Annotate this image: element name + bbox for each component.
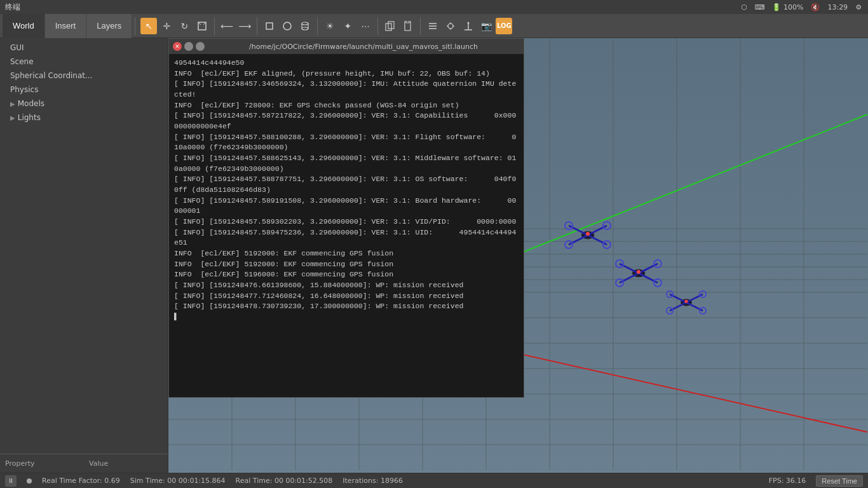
svg-marker-23 — [467, 22, 470, 24]
sidebar-spacer — [0, 127, 168, 454]
sidebar-item-physics[interactable]: Physics — [0, 83, 168, 97]
terminal-titlebar: ✕ /home/jc/OOCircle/Firmware/launch/mult… — [169, 39, 524, 54]
toolbar-divider-5 — [377, 17, 378, 35]
translate-tool-icon[interactable]: ✛ — [158, 18, 175, 34]
svg-rect-12 — [406, 21, 409, 23]
svg-point-5 — [302, 22, 308, 25]
toolbar-divider-4 — [317, 17, 318, 35]
terminal-minimize-button[interactable] — [184, 42, 193, 51]
dirlight-tool-icon[interactable]: ⋯ — [357, 18, 374, 34]
real-time-factor: Real Time Factor: 0.69 — [42, 477, 120, 485]
sim-time: Sim Time: 00 00:01:15.864 — [130, 477, 226, 485]
drone-3 — [664, 286, 709, 321]
system-tray: ⬡ ⌨ 🔋 100% 🔇 13:29 ⚙ — [740, 3, 863, 11]
main-content: GUI Scene Spherical Coordinat... Physics… — [0, 38, 868, 473]
svg-point-4 — [283, 22, 291, 30]
cylinder-tool-icon[interactable] — [297, 18, 313, 34]
drone-1 — [562, 216, 613, 256]
redo-tool-icon[interactable]: ⟶ — [236, 18, 253, 34]
sidebar-item-gui[interactable]: GUI — [0, 41, 168, 55]
value-label: Value — [84, 457, 168, 470]
terminal-window[interactable]: ✕ /home/jc/OOCircle/Firmware/launch/mult… — [168, 38, 524, 398]
lights-arrow-icon: ▶ — [10, 114, 15, 121]
log-icon[interactable]: LOG — [496, 18, 512, 34]
toolbar-divider-2 — [214, 17, 215, 35]
top-bar-title: 终端 — [5, 2, 740, 13]
select-tool-icon[interactable]: ↖ — [140, 18, 157, 34]
terminal-path: /home/jc/OOCircle/Firmware/launch/multi_… — [207, 43, 520, 51]
toolbar-right-icons: 📷 LOG — [478, 18, 512, 34]
tab-layers[interactable]: Layers — [86, 14, 132, 38]
origin-icon[interactable] — [460, 18, 477, 34]
sphere-tool-icon[interactable] — [279, 18, 295, 34]
svg-rect-3 — [266, 23, 273, 29]
real-time: Real Time: 00 00:01:52.508 — [236, 477, 333, 485]
svg-point-59 — [586, 232, 590, 236]
drone-2 — [613, 254, 664, 294]
terminal-body[interactable]: 4954414c44494e50 INFO [ecl/EKF] EKF alig… — [169, 54, 524, 397]
tab-world[interactable]: World — [3, 14, 45, 38]
svg-point-16 — [448, 24, 453, 29]
align-icon[interactable] — [424, 18, 441, 34]
tab-insert[interactable]: Insert — [45, 14, 87, 38]
toolbar-divider-3 — [257, 17, 257, 35]
terminal-maximize-button[interactable] — [196, 42, 205, 51]
svg-point-69 — [637, 270, 641, 274]
snap-icon[interactable] — [442, 18, 459, 34]
viewport[interactable]: ✕ /home/jc/OOCircle/Firmware/launch/mult… — [168, 38, 868, 473]
terminal-close-button[interactable]: ✕ — [173, 42, 182, 51]
toolbar-divider-6 — [420, 17, 421, 35]
toolbar-icons: ↖ ✛ ↻ ⟵ ⟶ ☀ ✦ ⋯ — [138, 17, 515, 35]
toolbar-row: World Insert Layers ↖ ✛ ↻ ⟵ ⟶ ☀ ✦ ⋯ — [0, 14, 868, 38]
models-arrow-icon: ▶ — [10, 100, 15, 107]
keyboard-icon: ⌨ — [754, 3, 766, 11]
undo-tool-icon[interactable]: ⟵ — [219, 18, 235, 34]
copy-tool-icon[interactable] — [382, 18, 398, 34]
box-tool-icon[interactable] — [261, 18, 278, 34]
sidebar-item-models[interactable]: ▶ Models — [0, 97, 168, 111]
left-sidebar: GUI Scene Spherical Coordinat... Physics… — [0, 38, 168, 473]
pause-button[interactable]: ⏸ — [5, 475, 17, 487]
settings-tray-icon: ⚙ — [854, 3, 863, 11]
sidebar-item-lights-label: Lights — [18, 113, 41, 122]
scale-tool-icon[interactable] — [194, 18, 210, 34]
svg-point-6 — [302, 27, 308, 30]
sidebar-menu: GUI Scene Spherical Coordinat... Physics… — [0, 38, 168, 127]
sidebar-item-scene[interactable]: Scene — [0, 55, 168, 69]
battery-icon: 🔋 100% — [771, 3, 804, 11]
clock: 13:29 — [826, 3, 849, 11]
status-bar-right: FPS: 36.16 Reset Time — [769, 475, 863, 487]
property-label: Property — [0, 457, 84, 470]
iterations: Iterations: 18966 — [342, 477, 403, 485]
paste-tool-icon[interactable] — [400, 18, 416, 34]
tabs-area: World Insert Layers — [3, 14, 132, 38]
pointlight-tool-icon[interactable]: ☀ — [322, 18, 338, 34]
top-bar: 终端 ⬡ ⌨ 🔋 100% 🔇 13:29 ⚙ — [0, 0, 868, 14]
status-bar: ⏸ Real Time Factor: 0.69 Sim Time: 00 00… — [0, 473, 868, 488]
screenshot-icon[interactable]: 📷 — [478, 18, 494, 34]
toolbar-divider-1 — [135, 17, 135, 35]
svg-point-79 — [684, 300, 688, 303]
rotate-tool-icon[interactable]: ↻ — [176, 18, 193, 34]
spotlight-tool-icon[interactable]: ✦ — [339, 18, 356, 34]
sidebar-item-lights[interactable]: ▶ Lights — [0, 111, 168, 125]
sidebar-props: Property Value — [0, 454, 168, 473]
sidebar-item-models-label: Models — [18, 99, 44, 108]
network-icon: ⬡ — [740, 3, 749, 11]
reset-time-button[interactable]: Reset Time — [816, 475, 863, 487]
status-indicator — [27, 478, 32, 484]
mute-icon: 🔇 — [810, 3, 821, 11]
fps-display: FPS: 36.16 — [769, 475, 806, 487]
sidebar-item-spherical[interactable]: Spherical Coordinat... — [0, 69, 168, 83]
